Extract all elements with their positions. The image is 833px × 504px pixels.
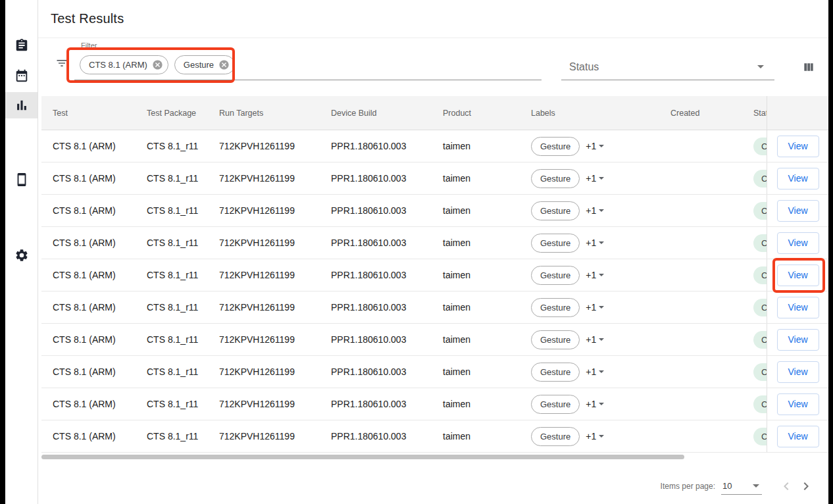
labels-more-dropdown[interactable]: +1	[586, 431, 604, 441]
cell-actions: View	[767, 130, 828, 162]
cell-actions: View	[767, 259, 828, 291]
chevron-right-icon	[798, 478, 814, 494]
cell-product: taimen	[432, 366, 520, 377]
close-circle-icon[interactable]	[152, 59, 163, 70]
table-row[interactable]: CTS 8.1 (ARM) CTS 8.1_r11 712KPVH1261199…	[41, 130, 828, 163]
chevron-down-icon	[599, 435, 604, 438]
table-row[interactable]: CTS 8.1 (ARM) CTS 8.1_r11 712KPVH1261199…	[41, 324, 828, 356]
sidebar-item-test-results[interactable]	[5, 92, 38, 118]
table-row[interactable]: CTS 8.1 (ARM) CTS 8.1_r11 712KPVH1261199…	[41, 227, 828, 259]
next-page-button[interactable]	[796, 476, 816, 496]
cell-run-targets: 712KPVH1261199	[208, 238, 320, 248]
table-row[interactable]: CTS 8.1 (ARM) CTS 8.1_r11 712KPVH1261199…	[41, 388, 828, 420]
labels-more-dropdown[interactable]: +1	[586, 302, 604, 313]
clipboard-icon	[14, 38, 29, 53]
chevron-down-icon	[599, 403, 604, 405]
sidebar	[5, 0, 38, 504]
table-row[interactable]: CTS 8.1 (ARM) CTS 8.1_r11 712KPVH1261199…	[41, 163, 828, 195]
view-button[interactable]: View	[777, 329, 819, 351]
label-chip[interactable]: Gesture	[531, 137, 580, 156]
table-row[interactable]: CTS 8.1 (ARM) CTS 8.1_r11 712KPVH1261199…	[41, 356, 828, 388]
filter-list-icon[interactable]	[55, 57, 68, 70]
view-button[interactable]: View	[777, 168, 819, 189]
column-header-test: Test	[41, 109, 136, 118]
label-chip[interactable]: Gesture	[531, 363, 580, 382]
label-chip[interactable]: Gesture	[531, 330, 580, 349]
cell-status: C	[742, 395, 767, 413]
labels-more-dropdown[interactable]: +1	[586, 238, 604, 248]
view-button[interactable]: View	[777, 265, 819, 286]
filter-chip-gesture[interactable]: Gesture	[174, 55, 235, 74]
cell-test-package: CTS 8.1_r11	[136, 238, 208, 248]
previous-page-button[interactable]	[776, 476, 796, 496]
label-chip[interactable]: Gesture	[531, 427, 580, 446]
cell-test: CTS 8.1 (ARM)	[41, 302, 136, 313]
cell-actions: View	[767, 356, 828, 388]
cell-actions: View	[767, 227, 828, 259]
window-edge-right	[828, 0, 833, 504]
cell-status: C	[742, 170, 767, 188]
cell-product: taimen	[432, 141, 520, 151]
filter-field[interactable]: Filter CTS 8.1 (ARM) Gesture	[74, 41, 542, 80]
labels-more-dropdown[interactable]: +1	[586, 173, 604, 184]
label-chip[interactable]: Gesture	[531, 234, 580, 253]
cell-product: taimen	[432, 173, 520, 184]
table-row[interactable]: CTS 8.1 (ARM) CTS 8.1_r11 712KPVH1261199…	[41, 291, 828, 324]
cell-labels: Gesture +1	[520, 427, 659, 446]
cell-labels: Gesture +1	[520, 137, 659, 156]
cell-status: C	[742, 331, 767, 349]
view-button[interactable]: View	[777, 297, 819, 318]
status-chip: C	[753, 170, 767, 188]
view-button[interactable]: View	[777, 136, 819, 157]
window-edge-left	[0, 0, 5, 504]
labels-more-dropdown[interactable]: +1	[586, 334, 604, 345]
horizontal-scrollbar	[41, 455, 828, 461]
labels-more-dropdown[interactable]: +1	[586, 366, 604, 377]
chevron-down-icon	[599, 274, 604, 276]
status-chip: C	[753, 428, 767, 445]
table-row[interactable]: CTS 8.1 (ARM) CTS 8.1_r11 712KPVH1261199…	[41, 420, 828, 453]
view-button[interactable]: View	[777, 426, 819, 447]
sidebar-item-test-plans[interactable]	[5, 32, 38, 59]
cell-labels: Gesture +1	[520, 298, 659, 317]
chevron-down-icon	[753, 484, 759, 488]
horizontal-scrollbar-thumb[interactable]	[41, 455, 684, 459]
status-chip: C	[753, 266, 767, 284]
labels-more-dropdown[interactable]: +1	[586, 270, 604, 280]
labels-more-dropdown[interactable]: +1	[586, 399, 604, 409]
sidebar-item-devices[interactable]	[5, 166, 38, 193]
table-row[interactable]: CTS 8.1 (ARM) CTS 8.1_r11 712KPVH1261199…	[41, 195, 828, 227]
cell-product: taimen	[432, 302, 520, 313]
view-button[interactable]: View	[777, 393, 819, 415]
label-chip[interactable]: Gesture	[531, 395, 580, 414]
status-chip: C	[753, 299, 767, 316]
filter-chip-label: CTS 8.1 (ARM)	[89, 60, 147, 70]
column-header-status: Status	[742, 109, 767, 118]
sidebar-item-schedule[interactable]	[5, 63, 38, 89]
view-button[interactable]: View	[777, 200, 819, 222]
table-row[interactable]: CTS 8.1 (ARM) CTS 8.1_r11 712KPVH1261199…	[41, 259, 828, 291]
label-chip[interactable]: Gesture	[531, 266, 580, 285]
labels-more-count: +1	[586, 238, 596, 248]
label-chip[interactable]: Gesture	[531, 298, 580, 317]
close-circle-icon[interactable]	[218, 59, 230, 70]
sidebar-item-settings[interactable]	[5, 242, 38, 268]
view-button[interactable]: View	[777, 361, 819, 383]
items-per-page-select[interactable]: 10	[721, 478, 762, 495]
status-filter-select[interactable]: Status	[561, 41, 774, 80]
cell-status: C	[742, 202, 767, 220]
filter-chip-cts[interactable]: CTS 8.1 (ARM)	[80, 55, 168, 74]
label-chip[interactable]: Gesture	[531, 201, 580, 220]
view-columns-icon[interactable]	[802, 61, 815, 74]
view-button[interactable]: View	[777, 232, 819, 254]
column-header-product: Product	[432, 109, 520, 118]
labels-more-dropdown[interactable]: +1	[586, 205, 604, 216]
labels-more-dropdown[interactable]: +1	[586, 141, 604, 151]
label-chip[interactable]: Gesture	[531, 169, 580, 188]
chevron-down-icon	[599, 306, 604, 309]
cell-product: taimen	[432, 431, 520, 441]
cell-run-targets: 712KPVH1261199	[208, 141, 320, 151]
cell-status: C	[742, 428, 767, 445]
status-chip: C	[753, 202, 767, 220]
cell-device-build: PPR1.180610.003	[320, 431, 432, 441]
